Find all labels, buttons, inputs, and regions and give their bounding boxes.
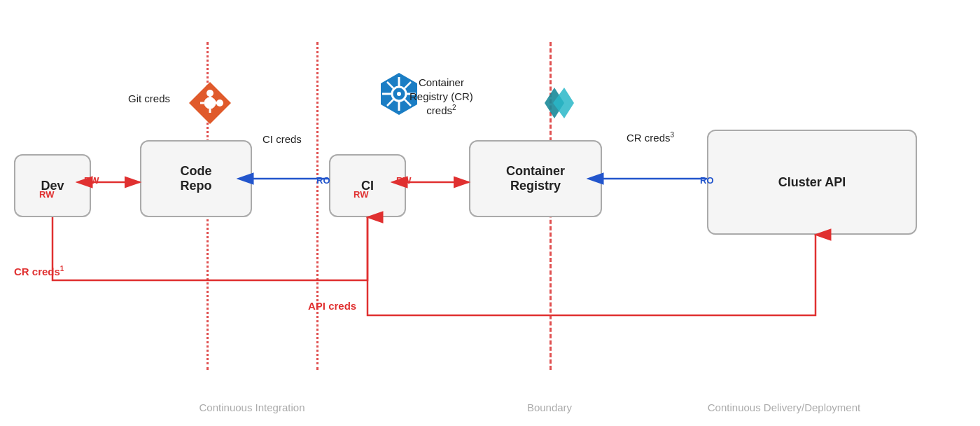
code-repo-label: CodeRepo (181, 164, 212, 193)
ci-creds-label: CI creds (262, 133, 302, 145)
cr-ro-right: RO (700, 175, 714, 186)
container-registry-label: ContainerRegistry (506, 164, 565, 193)
svg-point-16 (397, 92, 401, 96)
cr-creds1-arrow (52, 217, 368, 280)
api-creds-label: API creds (308, 300, 356, 312)
cr-creds-label: ContainerRegistry (CR)creds2 (410, 76, 473, 118)
dev-box: Dev (14, 154, 91, 217)
cluster-api-box: Cluster API (707, 130, 917, 235)
ci-ro-left: RO (316, 175, 330, 186)
code-repo-box: CodeRepo (140, 140, 252, 217)
svg-point-6 (204, 97, 216, 109)
git-creds-label: Git creds (128, 92, 170, 104)
ci-bottom-label: Continuous Integration (200, 401, 305, 413)
boundary-bottom-label: Boundary (527, 401, 572, 413)
container-registry-box: ContainerRegistry (469, 140, 602, 217)
svg-point-12 (216, 99, 223, 106)
dev-rw-bottom: RW (39, 189, 54, 200)
ci-rw-right: RW (396, 175, 411, 186)
ci-right-boundary (316, 42, 318, 370)
cr-creds-sup2: 2 (452, 104, 456, 111)
dev-rw-right: RW (84, 175, 99, 186)
svg-point-11 (206, 90, 214, 97)
keel-icon (533, 81, 578, 125)
cd-bottom-label: Continuous Delivery/Deployment (708, 401, 860, 413)
diagram: Dev CodeRepo CI ContainerRegistry Cluste… (0, 0, 980, 426)
cr-creds3-label: CR creds3 (626, 131, 674, 144)
ci-rw-bottom: RW (354, 189, 368, 200)
cr-creds1-label: CR creds1 (14, 265, 64, 277)
cr-creds3-sup: 3 (671, 131, 675, 139)
git-icon (188, 81, 232, 125)
cluster-api-label: Cluster API (778, 175, 846, 190)
ci-box: CI (329, 154, 406, 217)
cr-creds1-sup: 1 (60, 265, 64, 273)
